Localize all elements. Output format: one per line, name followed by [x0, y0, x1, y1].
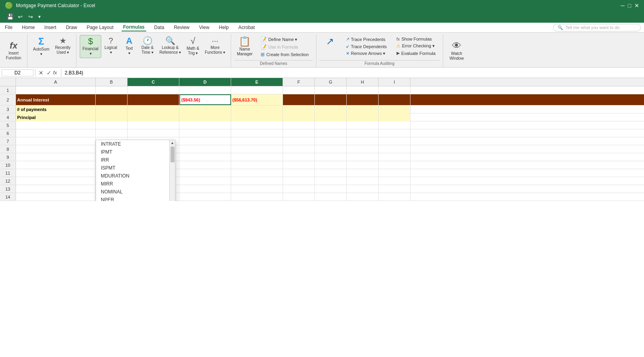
- cell-e13[interactable]: [231, 185, 283, 193]
- close-btn[interactable]: ✕: [634, 2, 639, 9]
- col-header-d-active[interactable]: D: [179, 78, 231, 86]
- cell-d1[interactable]: [179, 86, 231, 94]
- morefunctions-btn[interactable]: ··· MoreFunctions ▾: [202, 35, 228, 57]
- cell-g12[interactable]: [315, 177, 347, 185]
- cell-c3[interactable]: [128, 105, 179, 113]
- cell-e6[interactable]: [231, 129, 283, 137]
- formula-input[interactable]: [63, 70, 642, 76]
- menu-file[interactable]: File: [3, 24, 14, 31]
- cell-e12[interactable]: [231, 177, 283, 185]
- scroll-thumb[interactable]: [171, 146, 175, 162]
- cell-a4[interactable]: Principal: [16, 113, 96, 121]
- cell-d2[interactable]: ($943.56): [179, 94, 231, 105]
- cell-h11[interactable]: [347, 169, 379, 177]
- cell-e11[interactable]: [231, 169, 283, 177]
- cell-g7[interactable]: [315, 137, 347, 145]
- cell-f14[interactable]: [283, 193, 315, 201]
- dropdown-item[interactable]: MIRR: [96, 180, 169, 188]
- col-header-h[interactable]: H: [347, 78, 379, 86]
- cell-d7[interactable]: [179, 137, 231, 145]
- col-header-g[interactable]: G: [315, 78, 347, 86]
- cell-c4[interactable]: [128, 113, 179, 121]
- error-checking-btn[interactable]: ⚠ Error Checking ▾: [394, 43, 438, 49]
- cell-b6[interactable]: [96, 129, 128, 137]
- cell-g4[interactable]: [315, 113, 347, 121]
- trace-dependents-btn[interactable]: ↙ Trace Dependents: [344, 43, 389, 50]
- financial-btn[interactable]: $ Financial▾: [80, 35, 101, 58]
- cell-d14[interactable]: [179, 193, 231, 201]
- cell-e14[interactable]: [231, 193, 283, 201]
- cell-e2[interactable]: ($56,613.70): [231, 94, 283, 105]
- cell-g2[interactable]: [315, 94, 347, 105]
- cell-e3[interactable]: [231, 105, 283, 113]
- cell-a13[interactable]: [16, 185, 96, 193]
- menu-acrobat[interactable]: Acrobat: [237, 24, 256, 31]
- col-header-i[interactable]: I: [379, 78, 410, 86]
- cell-f13[interactable]: [283, 185, 315, 193]
- dropdown-item[interactable]: MDURATION: [96, 172, 169, 180]
- cell-h10[interactable]: [347, 161, 379, 169]
- menu-view[interactable]: View: [198, 24, 211, 31]
- save-qa-btn[interactable]: 💾: [6, 12, 14, 21]
- create-from-selection-btn[interactable]: ⊞ Create from Selection: [258, 51, 311, 58]
- menu-data[interactable]: Data: [153, 24, 166, 31]
- menu-formulas[interactable]: Formulas: [122, 23, 146, 31]
- col-header-b[interactable]: B: [96, 78, 128, 86]
- cell-i7[interactable]: [379, 137, 410, 145]
- cell-i6[interactable]: [379, 129, 410, 137]
- cell-h13[interactable]: [347, 185, 379, 193]
- confirm-btn[interactable]: ✓: [45, 69, 53, 77]
- cell-d10[interactable]: [179, 161, 231, 169]
- cell-e4[interactable]: [231, 113, 283, 121]
- cell-h4[interactable]: [347, 113, 379, 121]
- menu-home[interactable]: Home: [20, 24, 36, 31]
- cell-a11[interactable]: [16, 169, 96, 177]
- cell-g5[interactable]: [315, 121, 347, 129]
- cell-a5[interactable]: [16, 121, 96, 129]
- cell-h2[interactable]: [347, 94, 379, 105]
- maximize-btn[interactable]: □: [628, 2, 631, 9]
- cell-a1[interactable]: [16, 86, 96, 94]
- cell-f7[interactable]: [283, 137, 315, 145]
- cell-i5[interactable]: [379, 121, 410, 129]
- cell-f9[interactable]: [283, 153, 315, 161]
- cell-i12[interactable]: [379, 177, 410, 185]
- col-header-d[interactable]: C: [128, 78, 179, 86]
- lookup-btn[interactable]: 🔍 Lookup &Reference ▾: [157, 35, 183, 57]
- cell-h6[interactable]: [347, 129, 379, 137]
- cell-a7[interactable]: [16, 137, 96, 145]
- dropdown-item[interactable]: NPER: [96, 196, 169, 201]
- cell-c2[interactable]: [128, 94, 179, 105]
- cell-h8[interactable]: [347, 145, 379, 153]
- cell-f3[interactable]: [283, 105, 315, 113]
- cell-e7[interactable]: [231, 137, 283, 145]
- menu-draw[interactable]: Draw: [64, 24, 79, 31]
- watch-window-btn[interactable]: 👁 WatchWindow: [446, 39, 467, 62]
- cell-i13[interactable]: [379, 185, 410, 193]
- menu-review[interactable]: Review: [172, 24, 191, 31]
- cancel-btn[interactable]: ✕: [37, 69, 45, 77]
- cell-g1[interactable]: [315, 86, 347, 94]
- menu-insert[interactable]: Insert: [43, 24, 58, 31]
- cell-b5[interactable]: [96, 121, 128, 129]
- cell-b4[interactable]: [96, 113, 128, 121]
- menu-pagelayout[interactable]: Page Layout: [85, 24, 115, 31]
- name-manager-btn[interactable]: 📋 NameManager: [234, 35, 255, 58]
- cell-f2[interactable]: [283, 94, 315, 105]
- cell-i3[interactable]: [379, 105, 410, 113]
- text-btn[interactable]: A Text▾: [120, 35, 138, 57]
- use-in-formula-btn[interactable]: 📝 Use in Formula: [258, 43, 311, 51]
- cell-b3[interactable]: [96, 105, 128, 113]
- trace-arrows-btn[interactable]: ↗: [320, 35, 340, 49]
- cell-g13[interactable]: [315, 185, 347, 193]
- cell-a14[interactable]: [16, 193, 96, 201]
- cell-g10[interactable]: [315, 161, 347, 169]
- cell-f8[interactable]: [283, 145, 315, 153]
- dropdown-item[interactable]: NOMINAL: [96, 188, 169, 196]
- cell-a8[interactable]: [16, 145, 96, 153]
- cell-a10[interactable]: [16, 161, 96, 169]
- cell-d11[interactable]: [179, 169, 231, 177]
- dropdown-item[interactable]: INTRATE: [96, 140, 169, 148]
- cell-c5[interactable]: [128, 121, 179, 129]
- cell-i11[interactable]: [379, 169, 410, 177]
